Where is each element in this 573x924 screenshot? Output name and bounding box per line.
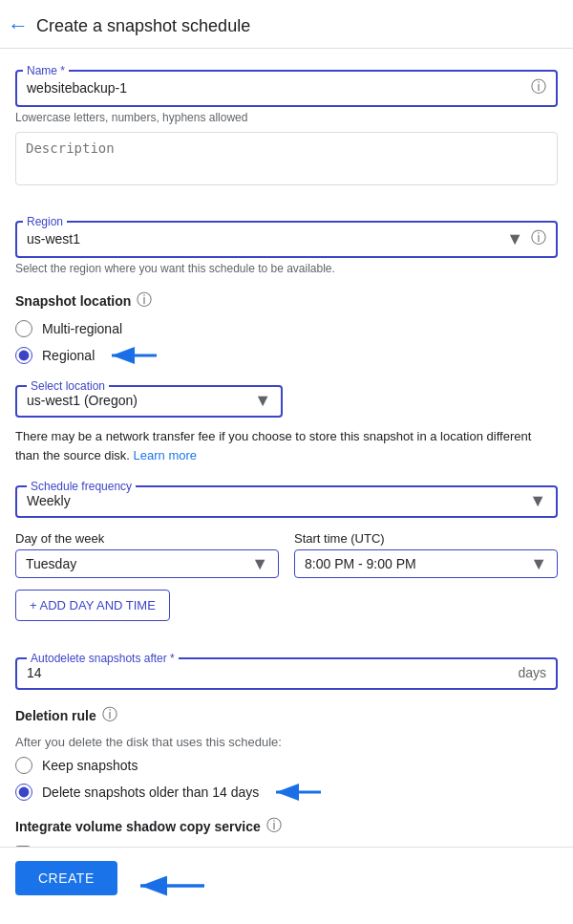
regional-label: Regional: [42, 348, 95, 363]
region-hint: Select the region where you want this sc…: [15, 262, 558, 275]
name-fieldset: Name * ⓘ: [15, 64, 558, 107]
region-label: Region: [23, 215, 67, 228]
snapshot-location-group: Snapshot location ⓘ Multi-regional Regio…: [15, 290, 558, 464]
name-hint: Lowercase letters, numbers, hyphens allo…: [15, 111, 558, 124]
schedule-frequency-select[interactable]: Weekly Daily Hourly: [27, 493, 546, 508]
schedule-frequency-fieldset: Schedule frequency Weekly Daily Hourly ▼: [15, 480, 558, 518]
deletion-rule-radio-group: Keep snapshots Delete snapshots older th…: [15, 757, 558, 803]
header: ← Create a snapshot schedule: [0, 0, 573, 49]
keep-snapshots-label: Keep snapshots: [42, 758, 138, 773]
delete-snapshots-option[interactable]: Delete snapshots older than 14 days: [15, 782, 558, 803]
name-input[interactable]: [27, 78, 523, 97]
description-input[interactable]: [15, 132, 558, 185]
start-time-select[interactable]: 8:00 PM - 9:00 PM: [305, 556, 547, 571]
snapshot-location-title: Snapshot location ⓘ: [15, 290, 152, 311]
regional-radio[interactable]: [15, 347, 32, 364]
regional-option[interactable]: Regional: [15, 345, 558, 366]
region-help-icon[interactable]: ⓘ: [531, 228, 546, 248]
snapshot-location-help-icon[interactable]: ⓘ: [137, 290, 152, 311]
day-of-week-label: Day of the week: [15, 531, 279, 546]
learn-more-link[interactable]: Learn more: [134, 448, 197, 462]
create-button[interactable]: CREATE: [15, 861, 117, 895]
deletion-rule-section: Deletion rule ⓘ After you delete the dis…: [15, 705, 558, 803]
vss-help-icon[interactable]: ⓘ: [266, 816, 282, 836]
schedule-frequency-group: Schedule frequency Weekly Daily Hourly ▼…: [15, 480, 558, 636]
select-location-fieldset: Select location us-west1 (Oregon) ▼: [15, 379, 283, 418]
start-time-select-box: 8:00 PM - 9:00 PM ▼: [294, 549, 558, 578]
multi-regional-radio[interactable]: [15, 320, 32, 337]
delete-snapshots-radio[interactable]: [15, 784, 32, 801]
schedule-frequency-label: Schedule frequency: [27, 480, 136, 493]
delete-arrow-annotation: [268, 782, 326, 803]
select-location-label: Select location: [27, 379, 109, 393]
name-help-icon[interactable]: ⓘ: [531, 77, 546, 97]
day-of-week-select[interactable]: Tuesday Monday Wednesday Thursday Friday…: [26, 556, 268, 571]
create-arrow-annotation: [133, 872, 209, 899]
start-time-label: Start time (UTC): [294, 531, 558, 546]
multi-regional-option[interactable]: Multi-regional: [15, 320, 558, 337]
region-fieldset: Region us-west1 ▼ ⓘ: [15, 215, 558, 258]
name-field-group: Name * ⓘ Lowercase letters, numbers, hyp…: [15, 64, 558, 200]
delete-snapshots-label: Delete snapshots older than 14 days: [42, 784, 259, 800]
deletion-rule-title: Deletion rule ⓘ: [15, 705, 117, 725]
select-location-select[interactable]: us-west1 (Oregon): [27, 393, 271, 408]
start-time-col: Start time (UTC) 8:00 PM - 9:00 PM ▼: [294, 531, 558, 578]
name-label: Name *: [23, 64, 69, 77]
regional-arrow-annotation: [104, 345, 161, 366]
day-time-row: Day of the week Tuesday Monday Wednesday…: [15, 531, 558, 578]
page-title: Create a snapshot schedule: [36, 16, 250, 36]
autodelete-input[interactable]: [27, 665, 518, 680]
autodelete-field-group: Autodelete snapshots after * days: [15, 652, 558, 690]
region-field-group: Region us-west1 ▼ ⓘ Select the region wh…: [15, 215, 558, 275]
autodelete-fieldset: Autodelete snapshots after * days: [15, 652, 558, 690]
add-day-time-button[interactable]: + ADD DAY AND TIME: [15, 590, 170, 621]
region-select[interactable]: us-west1: [27, 229, 523, 248]
deletion-rule-help-icon[interactable]: ⓘ: [102, 705, 117, 725]
snapshot-location-radio-group: Multi-regional Regional: [15, 320, 558, 366]
form-content: Name * ⓘ Lowercase letters, numbers, hyp…: [0, 49, 573, 924]
vss-title: Integrate volume shadow copy service ⓘ: [15, 816, 282, 836]
back-button[interactable]: ←: [8, 11, 36, 40]
day-of-week-col: Day of the week Tuesday Monday Wednesday…: [15, 531, 279, 578]
autodelete-label: Autodelete snapshots after *: [27, 652, 179, 665]
bottom-bar: CREATE: [0, 847, 573, 924]
days-unit-label: days: [518, 665, 546, 680]
transfer-notice: There may be a network transfer fee if y…: [15, 427, 558, 464]
keep-snapshots-option[interactable]: Keep snapshots: [15, 757, 558, 774]
keep-snapshots-radio[interactable]: [15, 757, 32, 774]
deletion-rule-subtitle: After you delete the disk that uses this…: [15, 735, 558, 749]
multi-regional-label: Multi-regional: [42, 321, 122, 336]
day-of-week-select-box: Tuesday Monday Wednesday Thursday Friday…: [15, 549, 279, 578]
